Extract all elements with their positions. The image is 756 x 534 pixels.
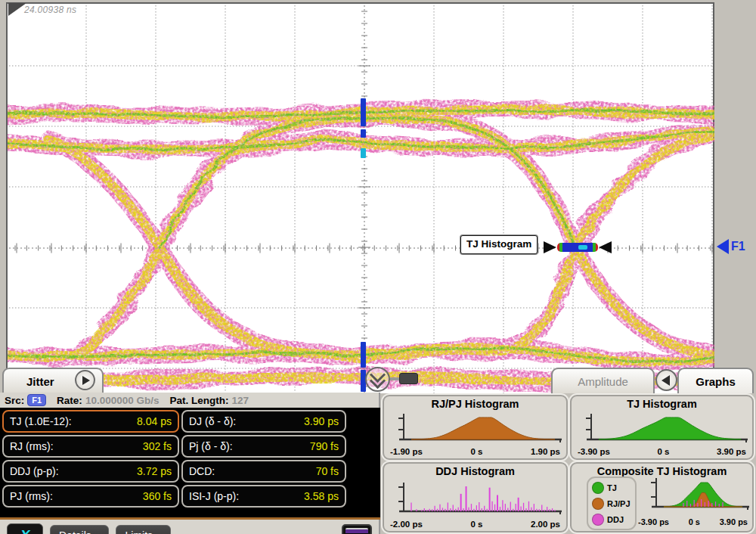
measurement-value: 8.04 ps — [137, 415, 172, 427]
tj-histogram-card: TJ Histogram -3.90 ps 0 s 3.90 ps — [570, 395, 754, 460]
jitter-results-panel: Src: F1 Rate: 10.000000 Gb/s Pat. Length… — [0, 393, 380, 534]
measurement-ddj[interactable]: DDJ (p-p): 3.72 ps — [2, 460, 179, 483]
measurement-value: 302 fs — [143, 440, 172, 452]
tj-histogram-callout[interactable]: TJ Histogram — [460, 235, 538, 254]
x-tick-zero: 0 s — [689, 517, 700, 526]
measurement-value: 790 fs — [310, 440, 339, 452]
src-f1-badge[interactable]: F1 — [27, 394, 46, 406]
tj-histogram-title: TJ Histogram — [572, 398, 752, 410]
measurement-value: 360 fs — [143, 490, 172, 502]
play-button[interactable] — [75, 370, 95, 390]
measurement-label: DJ (δ - δ): — [189, 415, 236, 427]
measurement-label: TJ (1.0E-12): — [10, 415, 72, 427]
tab-graphs-label: Graphs — [696, 375, 736, 388]
measurement-tj[interactable]: TJ (1.0E-12): 8.04 ps — [2, 410, 179, 433]
scroll-tabs-left-button[interactable] — [655, 369, 677, 391]
amplitude-histogram-top-1 — [361, 98, 366, 126]
rjpj-legend-dot-icon — [592, 498, 604, 510]
measurement-value: 70 fs — [316, 465, 339, 477]
measurement-rj[interactable]: RJ (rms): 302 fs — [2, 435, 179, 458]
rate-label: Rate: — [57, 395, 82, 406]
x-tick-max: 2.00 ps — [531, 520, 560, 529]
ddj-histogram-card: DDJ Histogram -2.00 ps 0 s 2.00 ps — [383, 462, 568, 532]
waveform-stripes-icon — [345, 528, 368, 534]
eye-diagram-plot[interactable] — [6, 2, 714, 393]
play-icon — [82, 376, 90, 385]
tab-graphs[interactable]: Graphs — [677, 368, 754, 393]
rate-value: 10.000000 Gb/s — [85, 395, 160, 406]
tab-amplitude-label: Amplitude — [578, 375, 628, 388]
x-tick-min: -2.00 ps — [390, 520, 423, 529]
x-tick-max: 1.90 ps — [531, 447, 560, 456]
details-button[interactable]: Details... — [50, 525, 109, 534]
tj-histogram-left-arrow-icon — [544, 241, 556, 253]
tab-jitter-label: Jitter — [26, 375, 54, 388]
ddj-legend-dot-icon — [592, 514, 604, 526]
pat-length-label: Pat. Length: — [169, 395, 228, 406]
x-tick-min: -3.90 ps — [578, 447, 610, 456]
panel-drag-handle[interactable] — [399, 373, 418, 384]
x-tick-zero: 0 s — [470, 520, 482, 529]
src-label: Src: — [5, 395, 24, 406]
amplitude-histogram-bottom-1 — [361, 342, 366, 368]
x-tick-min: -1.90 ps — [390, 447, 423, 456]
composite-legend: TJ RJ/PJ DDJ — [587, 477, 637, 530]
f1-marker-label: F1 — [731, 240, 745, 253]
measurement-pj-rms[interactable]: PJ (rms): 360 fs — [2, 485, 179, 508]
x-tick-zero: 0 s — [657, 447, 669, 456]
tj-histogram-cyan-core — [578, 245, 587, 250]
rjpj-histogram-title: RJ/PJ Histogram — [384, 398, 566, 410]
measurement-label: ISI-J (p-p): — [189, 490, 239, 502]
measurement-label: PJ (rms): — [10, 490, 53, 502]
composite-histogram-chart — [641, 476, 751, 511]
limits-button[interactable]: Limits... — [116, 525, 170, 534]
amplitude-histogram-top-3 — [361, 148, 366, 158]
f1-trace-marker[interactable]: F1 — [717, 239, 745, 254]
tj-histogram-chart — [576, 411, 750, 443]
tj-histogram-right-arrow-icon — [599, 241, 612, 253]
measurement-dj[interactable]: DJ (δ - δ): 3.90 ps — [181, 410, 346, 433]
f1-marker-triangle-icon — [717, 239, 729, 254]
measurement-label: DCD: — [189, 465, 215, 477]
tj-legend-dot-icon — [592, 482, 604, 494]
measurement-dcd[interactable]: DCD: 70 fs — [181, 460, 346, 483]
arrow-left-icon — [662, 375, 670, 386]
close-button[interactable]: X — [7, 523, 43, 534]
measurement-value: 3.72 ps — [137, 465, 172, 477]
x-tick-max: 3.90 ps — [717, 447, 746, 456]
measurement-value: 3.58 ps — [304, 490, 339, 502]
tab-amplitude[interactable]: Amplitude — [551, 368, 655, 393]
eye-diagram-canvas — [8, 4, 714, 393]
rjpj-histogram-card: RJ/PJ Histogram -1.90 ps 0 s 1.90 ps — [383, 395, 568, 460]
x-tick-max: 3.90 ps — [720, 517, 748, 526]
tj-legend-label: TJ — [607, 483, 617, 492]
timebase-label: 24.00938 ns — [24, 5, 76, 15]
rjpj-histogram-chart — [389, 411, 564, 443]
x-tick-min: -3.90 ps — [638, 517, 669, 526]
minimize-display-button[interactable] — [342, 524, 372, 534]
pat-length-value: 127 — [231, 395, 249, 406]
measurement-pj-dd[interactable]: Pj (δ - δ): 790 fs — [181, 435, 346, 458]
measurement-label: RJ (rms): — [10, 440, 54, 452]
rjpj-legend-label: RJ/PJ — [607, 499, 631, 508]
measurement-value: 3.90 ps — [304, 415, 339, 427]
measurement-label: DDJ (p-p): — [10, 465, 59, 477]
composite-tj-histogram-card: Composite TJ Histogram TJ RJ/PJ DDJ -3.9… — [570, 462, 754, 532]
measurement-isij[interactable]: ISI-J (p-p): 3.58 ps — [181, 485, 346, 508]
measurement-label: Pj (δ - δ): — [189, 440, 233, 452]
measurement-table: TJ (1.0E-12): 8.04 ps DJ (δ - δ): 3.90 p… — [0, 408, 380, 520]
amplitude-histogram-top-2 — [361, 129, 366, 138]
ddj-legend-label: DDJ — [607, 515, 624, 524]
source-info-bar: Src: F1 Rate: 10.000000 Gb/s Pat. Length… — [0, 393, 379, 408]
collapse-panel-button[interactable] — [365, 367, 390, 392]
ddj-histogram-title: DDJ Histogram — [384, 465, 566, 477]
tj-histogram-region — [557, 243, 598, 252]
x-tick-zero: 0 s — [470, 447, 482, 456]
panel-button-row: X Details... Limits... — [0, 522, 380, 534]
ddj-histogram-chart — [389, 480, 564, 515]
